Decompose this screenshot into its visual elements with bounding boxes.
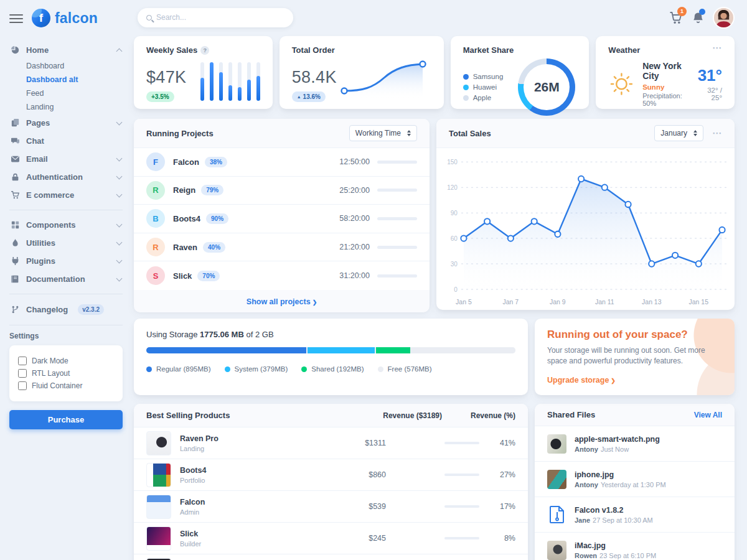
product-row: Slick Builder $245 8%: [134, 523, 528, 554]
product-price: $860: [349, 470, 386, 479]
product-name[interactable]: Falcon: [180, 498, 205, 506]
project-row: R Raven 40% 21:20:00: [134, 233, 430, 262]
notifications-button[interactable]: [692, 11, 704, 24]
file-time: Just Now: [601, 446, 629, 453]
total-order-spark-chart: [337, 56, 431, 102]
project-name[interactable]: Slick: [173, 271, 192, 281]
chevron-down-icon: [116, 119, 123, 125]
purchase-button[interactable]: Purchase: [9, 410, 123, 429]
fluid-container-toggle[interactable]: Fluid Container: [18, 381, 114, 390]
chevron-down-icon: [116, 155, 123, 161]
sidebar-item-chat[interactable]: Chat: [9, 132, 123, 150]
space-body-text: Your storage will be running out soon. G…: [547, 345, 721, 367]
project-name[interactable]: Raven: [173, 243, 197, 252]
project-avatar: F: [146, 152, 165, 171]
project-percent-badge: 79%: [201, 185, 223, 195]
product-category[interactable]: Admin: [180, 508, 205, 516]
file-name[interactable]: apple-smart-watch.png: [575, 435, 660, 444]
sidebar-item-landing[interactable]: Landing: [9, 100, 123, 114]
month-select[interactable]: January: [654, 125, 703, 141]
product-category[interactable]: Landing: [180, 445, 218, 452]
sidebar-item-feed[interactable]: Feed: [9, 86, 123, 100]
card-menu-button[interactable]: ⋯: [712, 45, 722, 55]
sidebar-item-ecommerce[interactable]: E commerce: [9, 186, 123, 204]
sidebar-item-label: Components: [26, 220, 111, 230]
rtl-layout-toggle[interactable]: RTL Layout: [18, 369, 114, 378]
sidebar-item-plugins[interactable]: Plugins: [9, 252, 123, 270]
sidebar-item-label: Pages: [26, 118, 111, 128]
flame-icon: [11, 239, 20, 247]
product-thumbnail: [146, 431, 171, 455]
user-avatar[interactable]: [714, 8, 733, 27]
project-avatar: R: [146, 181, 165, 200]
sidebar-item-changelog[interactable]: Changelog v2.3.2: [9, 300, 123, 319]
product-percent: 17%: [479, 502, 515, 511]
product-category[interactable]: Portfolio: [180, 477, 206, 484]
version-badge: v2.3.2: [78, 304, 104, 315]
storage-segment: [308, 347, 375, 353]
working-time-select[interactable]: Working Time: [349, 125, 417, 141]
hamburger-menu-icon[interactable]: [9, 13, 23, 23]
weather-temp: 31°: [698, 67, 722, 83]
search-box[interactable]: [138, 8, 293, 27]
envelope-icon: [11, 155, 20, 163]
project-name[interactable]: Boots4: [173, 214, 200, 223]
sidebar-item-authentication[interactable]: Authentication: [9, 168, 123, 186]
product-price: $1311: [349, 439, 386, 447]
chevron-down-icon: [116, 191, 123, 197]
sidebar-item-email[interactable]: Email: [9, 150, 123, 168]
project-name[interactable]: Reign: [173, 185, 195, 195]
market-share-value: 26M: [534, 80, 560, 95]
product-name[interactable]: Boots4: [180, 466, 206, 475]
search-input[interactable]: [156, 13, 284, 22]
show-all-projects-link[interactable]: Show all projects❯: [247, 297, 317, 306]
help-icon[interactable]: ?: [200, 46, 209, 55]
upgrade-storage-link[interactable]: Upgrade storage❯: [547, 376, 616, 385]
cart-button[interactable]: 1: [669, 11, 682, 24]
rtl-layout-checkbox[interactable]: [18, 369, 27, 378]
revenue-progress-bar: [444, 537, 479, 539]
product-category[interactable]: Builder: [180, 540, 201, 548]
svg-text:90: 90: [451, 210, 458, 217]
storage-segment: [411, 347, 515, 353]
svg-text:150: 150: [447, 159, 458, 166]
project-name[interactable]: Falcon: [173, 157, 199, 167]
divider: [9, 325, 123, 325]
project-progress-bar: [377, 246, 417, 249]
card-title: Total Sales: [449, 129, 491, 138]
project-progress-bar: [377, 189, 417, 192]
sidebar-item-label: Plugins: [26, 256, 111, 266]
sidebar-item-components[interactable]: Components: [9, 216, 123, 234]
sidebar-item-pages[interactable]: Pages: [9, 114, 123, 132]
market-share-card: Market Share Samsung Huawei Apple 26M: [451, 36, 590, 109]
product-name[interactable]: Raven Pro: [180, 434, 218, 443]
sidebar-item-utilities[interactable]: Utilities: [9, 234, 123, 252]
view-all-link[interactable]: View All: [694, 411, 722, 419]
legend-dot: [225, 366, 230, 372]
sidebar-item-label: Changelog: [26, 305, 68, 314]
sidebar-item-dashboard-alt[interactable]: Dashboard alt: [9, 73, 123, 86]
total-order-badge: ▲13.6%: [292, 91, 326, 102]
svg-text:Jan 13: Jan 13: [642, 298, 662, 306]
sidebar-item-label: Email: [26, 154, 111, 164]
product-name[interactable]: Slick: [180, 530, 201, 538]
brand-logo[interactable]: f falcon: [32, 9, 98, 27]
file-name[interactable]: iMac.jpg: [575, 541, 656, 550]
total-sales-card: Total Sales January ⋯: [436, 119, 735, 310]
project-row: B Boots4 90% 58:20:00: [134, 205, 430, 233]
divider: [9, 210, 123, 210]
weather-card: Weather ⋯ New York City Sunny Precipitat…: [596, 36, 735, 109]
sidebar-item-dashboard[interactable]: Dashboard: [9, 59, 123, 73]
total-order-card: Total Order 58.4K ▲13.6%: [280, 36, 444, 109]
fluid-container-checkbox[interactable]: [18, 381, 27, 390]
card-menu-button[interactable]: ⋯: [712, 131, 722, 136]
sidebar-item-documentation[interactable]: Documentation: [9, 270, 123, 288]
sidebar-item-home[interactable]: Home: [9, 41, 123, 59]
project-percent-badge: 90%: [206, 213, 228, 224]
dark-mode-toggle[interactable]: Dark Mode: [18, 357, 114, 365]
svg-text:Jan 11: Jan 11: [595, 298, 614, 306]
upgrade-space-card: Running out of your space? Your storage …: [535, 319, 735, 395]
file-name[interactable]: iphone.jpg: [575, 470, 666, 479]
file-name[interactable]: Falcon v1.8.2: [575, 506, 653, 515]
dark-mode-checkbox[interactable]: [18, 357, 27, 365]
